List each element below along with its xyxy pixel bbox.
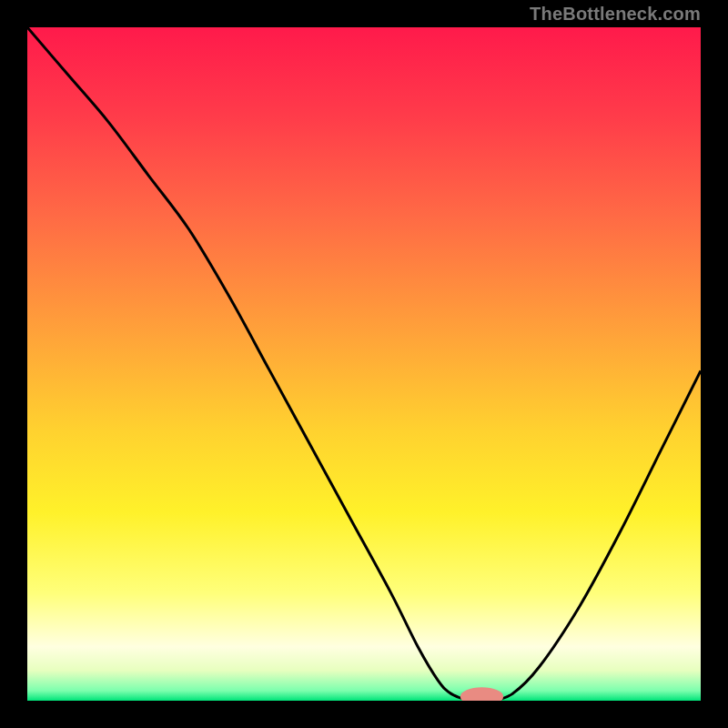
chart-frame: TheBottleneck.com (0, 0, 728, 728)
curve-path (27, 27, 701, 701)
plot-area (27, 27, 701, 701)
watermark-text: TheBottleneck.com (530, 4, 701, 25)
minimum-marker (460, 687, 503, 701)
bottleneck-curve (27, 27, 701, 701)
